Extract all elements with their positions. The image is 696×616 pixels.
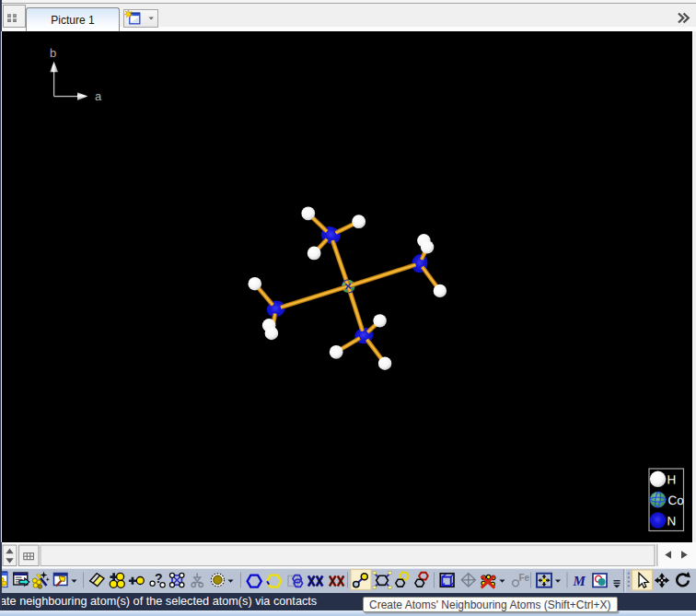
svg-text:H: H [667,473,676,487]
svg-text:a: a [95,89,102,103]
svg-text:Fe: Fe [519,573,530,583]
svg-text:N: N [667,515,676,529]
svg-text:b: b [50,46,56,60]
svg-text:Co: Co [667,494,683,507]
svg-text:M: M [573,574,586,588]
